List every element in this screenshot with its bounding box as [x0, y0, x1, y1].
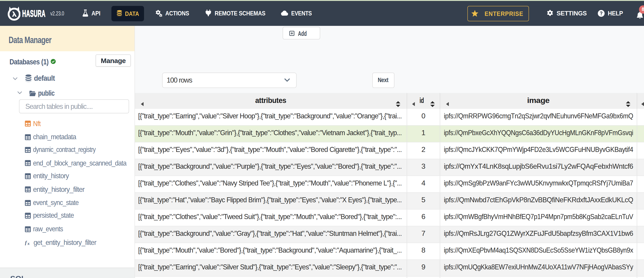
svg-text:f: f	[25, 240, 27, 245]
svg-text:x: x	[28, 241, 30, 245]
